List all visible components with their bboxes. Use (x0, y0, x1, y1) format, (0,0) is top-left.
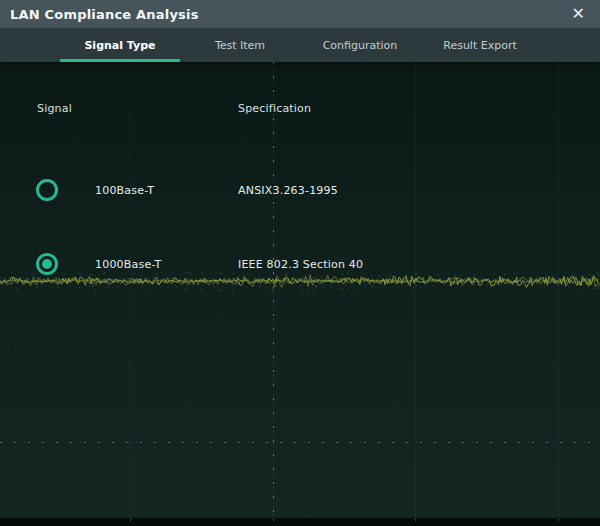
screen-bottom-bar (0, 518, 600, 526)
graticule-vline-center (273, 62, 274, 518)
tab-signal-type[interactable]: Signal Type (60, 28, 180, 62)
radio-100base-t[interactable] (36, 179, 58, 201)
tab-test-item[interactable]: Test Item (180, 28, 300, 62)
graticule-vline (415, 62, 416, 518)
bottom-tick (558, 518, 559, 521)
dialog-tabbar: Signal Type Test Item Configuration Resu… (0, 28, 600, 62)
signal-row-100base-t[interactable]: 100Base-T ANSIX3.263-1995 (0, 170, 600, 210)
graticule-vline (558, 62, 559, 518)
signal-label: 100Base-T (95, 170, 154, 210)
tab-result-export[interactable]: Result Export (420, 28, 540, 62)
specification-label: ANSIX3.263-1995 (238, 170, 338, 210)
active-tab-underline (60, 59, 180, 62)
close-button[interactable]: ✕ (567, 5, 590, 23)
tab-configuration[interactable]: Configuration (300, 28, 420, 62)
bottom-tick (415, 518, 416, 521)
specification-label: IEEE 802.3 Section 40 (238, 244, 363, 284)
bottom-tick (273, 518, 274, 521)
graticule-vline (130, 62, 131, 518)
column-header-signal: Signal (37, 102, 72, 115)
radio-1000base-t[interactable] (36, 253, 58, 275)
dialog-titlebar: LAN Compliance Analysis ✕ (0, 0, 600, 28)
graticule-hline-center (0, 442, 600, 443)
dialog-body: Signal Specification 100Base-T ANSIX3.26… (0, 62, 600, 518)
column-header-specification: Specification (238, 102, 311, 115)
close-icon: ✕ (572, 4, 585, 23)
graticule-hline (0, 360, 600, 361)
bottom-tick (130, 518, 131, 521)
scope-graticule (0, 62, 600, 518)
signal-row-1000base-t[interactable]: 1000Base-T IEEE 802.3 Section 40 (0, 244, 600, 284)
oscilloscope-screen: Signal Specification 100Base-T ANSIX3.26… (0, 0, 600, 526)
signal-label: 1000Base-T (95, 244, 161, 284)
dialog-title: LAN Compliance Analysis (10, 7, 199, 22)
